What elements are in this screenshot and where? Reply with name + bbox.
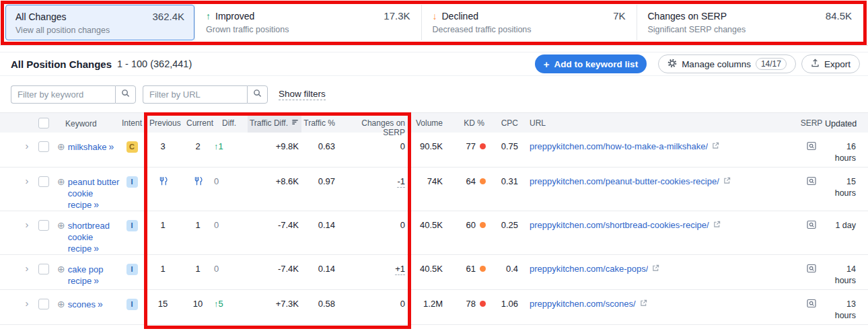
add-keyword-icon[interactable]: ⊕	[57, 299, 65, 309]
volume-cell: 40.5K	[410, 211, 448, 230]
serp-preview-icon[interactable]	[807, 220, 816, 231]
url-link[interactable]: preppykitchen.com/peanut-butter-cookies-…	[530, 176, 719, 186]
url-search-button[interactable]	[247, 85, 268, 104]
header-volume[interactable]: Volume	[410, 113, 448, 133]
updated-cell: 14 hours	[825, 255, 868, 287]
external-link-icon[interactable]	[652, 264, 659, 274]
row-checkbox[interactable]	[38, 220, 49, 231]
external-link-icon[interactable]	[640, 299, 647, 309]
previous-position-cell: 1	[144, 211, 182, 230]
keyword-detail-arrows-icon[interactable]: »	[94, 243, 99, 254]
keyword-filter-group	[11, 85, 136, 104]
keyword-search-button[interactable]	[115, 85, 136, 104]
header-kd[interactable]: KD %	[448, 113, 490, 133]
keyword-detail-arrows-icon[interactable]: »	[94, 199, 99, 210]
table-header-row: Keyword Intent Previous Current Diff. Tr…	[0, 112, 868, 133]
header-previous[interactable]: Previous	[144, 113, 182, 133]
header-current[interactable]: Current	[182, 113, 214, 133]
add-keyword-icon[interactable]: ⊕	[57, 220, 65, 231]
plus-icon: +	[544, 59, 550, 70]
manage-columns-button[interactable]: Manage columns 14/17	[658, 54, 796, 73]
row-expand-chevron-icon[interactable]: ›	[26, 141, 29, 151]
serp-preview-icon[interactable]	[807, 141, 816, 153]
traffic-pct-cell: 0.14	[301, 211, 340, 230]
header-traffic-diff[interactable]: Traffic Diff.	[248, 113, 301, 133]
keyword-detail-arrows-icon[interactable]: »	[98, 299, 103, 309]
card-all-changes[interactable]: All Changes 362.4K View all position cha…	[5, 5, 194, 40]
intent-badge: I	[126, 264, 138, 275]
keyword-link[interactable]: scones	[68, 299, 96, 309]
header-updated[interactable]: Updated	[825, 113, 868, 133]
table-panel: All Position Changes 1 - 100 (362,441) +…	[0, 52, 868, 325]
url-link[interactable]: preppykitchen.com/shortbread-cookies-rec…	[530, 220, 709, 230]
serp-preview-icon[interactable]	[807, 299, 816, 310]
card-declined[interactable]: ↓ Declined 7K Decreased traffic position…	[421, 5, 637, 40]
serp-preview-icon[interactable]	[807, 264, 816, 275]
current-position-cell: 10	[182, 290, 214, 309]
diff-cell: ↑5	[214, 290, 248, 309]
header-cpc[interactable]: CPC	[490, 113, 523, 133]
row-expand-chevron-icon[interactable]: ›	[26, 176, 29, 186]
header-diff[interactable]: Diff.	[214, 113, 248, 133]
export-button[interactable]: Export	[801, 54, 860, 73]
header-serp[interactable]: SERP	[798, 113, 825, 133]
cpc-cell: 0.25	[490, 211, 523, 230]
traffic-diff-cell: +9.8K	[248, 133, 301, 151]
keyword-link[interactable]: shortbread cookie recipe	[68, 221, 110, 254]
table-row: › ⊕ peanut butter cookie recipe» I 0 +8.…	[0, 168, 868, 211]
traffic-pct-cell: 0.97	[301, 168, 340, 186]
header-url[interactable]: URL	[523, 113, 798, 133]
traffic-diff-cell: +8.6K	[248, 168, 301, 186]
header-intent[interactable]: Intent	[120, 113, 144, 133]
kd-difficulty-dot	[480, 301, 486, 307]
table-row: › ⊕ cake pop recipe» I 1 1 0 -7.4K 0.14 …	[0, 255, 868, 290]
external-link-icon[interactable]	[723, 176, 731, 186]
kd-cell: 60	[448, 211, 490, 230]
keyword-link[interactable]: milkshake	[68, 142, 107, 152]
add-to-keyword-list-button[interactable]: + Add to keyword list	[535, 54, 647, 73]
results-range: 1 - 100 (362,441)	[117, 59, 192, 69]
url-link[interactable]: preppykitchen.com/scones/	[530, 299, 636, 309]
row-checkbox[interactable]	[38, 141, 49, 152]
add-keyword-icon[interactable]: ⊕	[57, 176, 65, 187]
row-expand-chevron-icon[interactable]: ›	[26, 299, 29, 308]
card-improved[interactable]: ↑ Improved 17.3K Grown traffic positions	[194, 5, 421, 40]
kd-cell: 64	[448, 168, 490, 186]
header-traffic-pct[interactable]: Traffic %	[301, 113, 340, 133]
keyword-filter-input[interactable]	[11, 85, 115, 104]
traffic-pct-cell: 0.14	[301, 255, 340, 274]
add-keyword-icon[interactable]: ⊕	[57, 264, 65, 274]
kd-difficulty-dot	[480, 222, 486, 228]
url-link[interactable]: preppykitchen.com/cake-pops/	[530, 264, 648, 274]
row-expand-chevron-icon[interactable]: ›	[26, 264, 29, 273]
previous-position-cell: 3	[144, 133, 182, 151]
show-filters-link[interactable]: Show filters	[279, 89, 326, 100]
external-link-icon[interactable]	[713, 220, 721, 230]
select-all-checkbox[interactable]	[38, 118, 49, 128]
columns-count-badge: 14/17	[756, 58, 787, 70]
summary-cards-strip: All Changes 362.4K View all position cha…	[0, 0, 868, 46]
diff-cell: ↑1	[214, 133, 248, 151]
serp-preview-icon[interactable]	[807, 176, 816, 188]
url-filter-input[interactable]	[143, 85, 247, 104]
card-subtitle: Significant SERP changes	[648, 25, 853, 34]
traffic-diff-cell: -7.4K	[248, 211, 301, 230]
card-changes-on-serp[interactable]: Changes on SERP 84.5K Significant SERP c…	[637, 5, 863, 40]
current-position-cell	[182, 168, 214, 188]
volume-cell: 1.2M	[410, 290, 448, 309]
url-link[interactable]: preppykitchen.com/how-to-make-a-milkshak…	[530, 141, 708, 151]
header-changes-on-serp[interactable]: Changes on SERP	[340, 113, 410, 133]
add-keyword-icon[interactable]: ⊕	[57, 141, 65, 152]
row-checkbox[interactable]	[38, 176, 49, 187]
keyword-detail-arrows-icon[interactable]: »	[94, 275, 99, 286]
external-link-icon[interactable]	[712, 141, 719, 151]
kd-difficulty-dot	[480, 143, 486, 149]
updated-cell: 1 day	[825, 211, 868, 231]
section-header: All Position Changes 1 - 100 (362,441) +…	[0, 52, 868, 76]
header-keyword[interactable]: Keyword	[55, 113, 120, 133]
card-value: 7K	[613, 10, 625, 22]
keyword-detail-arrows-icon[interactable]: »	[109, 141, 114, 152]
row-expand-chevron-icon[interactable]: ›	[26, 220, 29, 229]
row-checkbox[interactable]	[38, 264, 49, 274]
row-checkbox[interactable]	[38, 299, 49, 309]
